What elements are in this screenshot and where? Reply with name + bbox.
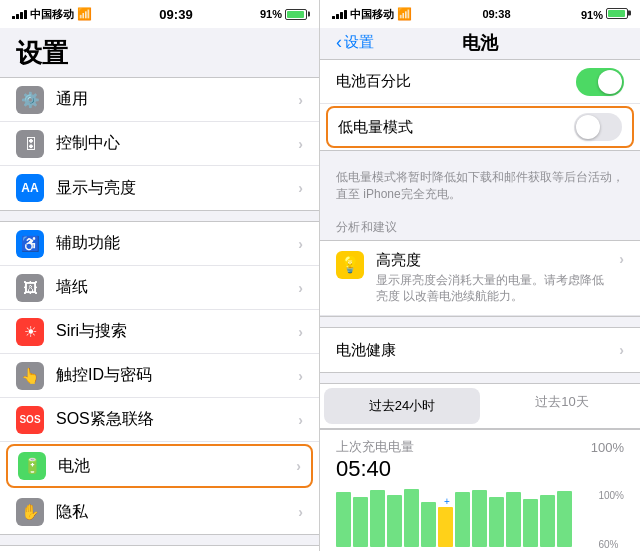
signal-icon (12, 10, 27, 19)
wifi-icon: 📶 (397, 7, 412, 21)
svg-rect-10 (506, 492, 521, 547)
low-power-wrapper: 低电量模式 (320, 104, 640, 150)
right-status-bar: 中国移动 📶 09:38 91% (320, 0, 640, 28)
settings-title: 设置 (0, 28, 319, 77)
charge-section: 上次充电电量 100% 05:40 (320, 429, 640, 486)
tab-10d[interactable]: 过去10天 (484, 384, 640, 420)
battery-list-item[interactable]: 🔋 电池 › (6, 444, 313, 488)
chevron-icon: › (298, 368, 303, 384)
right-time: 09:38 (482, 8, 510, 20)
time-tabs: 过去24小时 过去10天 (320, 383, 640, 429)
left-status-bar: 中国移动 📶 09:39 91% (0, 0, 319, 28)
svg-text:+: + (444, 496, 450, 507)
list-item[interactable]: ⚙️ 通用 › (0, 78, 319, 122)
list-item[interactable]: ♿ 辅助功能 › (0, 222, 319, 266)
battery-pct-row: 电池百分比 (320, 60, 640, 104)
svg-rect-3 (387, 495, 402, 547)
list-item[interactable]: ☀ Siri与搜索 › (0, 310, 319, 354)
right-phone: 中国移动 📶 09:38 91% ‹ 设置 电池 电池百分比 (320, 0, 640, 551)
detail-title-bar: ‹ 设置 电池 (320, 28, 640, 59)
svg-rect-6 (438, 507, 453, 547)
wallpaper-icon: 🖼 (16, 274, 44, 302)
battery-chart: 100% 60% (320, 486, 640, 551)
chevron-icon: › (619, 342, 624, 358)
right-battery: 91% (581, 8, 628, 21)
wifi-icon: 📶 (77, 7, 92, 21)
battery-list-icon: 🔋 (18, 452, 46, 480)
health-group: 电池健康 › (320, 327, 640, 373)
chevron-icon: › (298, 324, 303, 340)
privacy-icon: ✋ (16, 498, 44, 526)
list-item[interactable]: ✋ 隐私 › (0, 490, 319, 534)
control-icon: 🎛 (16, 130, 44, 158)
list-item[interactable]: SOS SOS紧急联络 › (0, 398, 319, 442)
chevron-icon: › (298, 280, 303, 296)
svg-rect-8 (472, 490, 487, 547)
svg-rect-5 (421, 502, 436, 547)
analysis-section-header: 分析和建议 (320, 213, 640, 240)
chevron-icon: › (296, 458, 301, 474)
battery-svg-chart: + (336, 487, 586, 551)
left-carrier: 中国移动 📶 (12, 7, 92, 22)
svg-rect-2 (370, 490, 385, 547)
chevron-icon: › (298, 504, 303, 520)
charge-percent: 100% (591, 440, 624, 455)
back-chevron-icon: ‹ (336, 32, 342, 53)
analysis-row[interactable]: 💡 高亮度 显示屏亮度会消耗大量的电量。请考虑降低亮度 以改善电池续航能力。 › (320, 241, 640, 317)
signal-icon (332, 10, 347, 19)
list-item[interactable]: A iTunes Store与App Store › (0, 546, 319, 551)
settings-group-1: ⚙️ 通用 › 🎛 控制中心 › AA 显示与亮度 › (0, 77, 319, 211)
list-item[interactable]: 🖼 墙纸 › (0, 266, 319, 310)
detail-page-title: 电池 (462, 31, 498, 55)
svg-rect-1 (353, 497, 368, 547)
list-item[interactable]: 👆 触控ID与密码 › (0, 354, 319, 398)
chevron-icon: › (619, 251, 624, 267)
detail-content: 电池百分比 低电量模式 低电量模式将暂时降低如下载和邮件获取等后台活动，直至 i… (320, 59, 640, 551)
analysis-text: 高亮度 显示屏亮度会消耗大量的电量。请考虑降低亮度 以改善电池续航能力。 (376, 251, 613, 306)
svg-rect-9 (489, 497, 504, 547)
charge-title: 上次充电电量 (336, 438, 414, 456)
sos-icon: SOS (16, 406, 44, 434)
right-carrier: 中国移动 📶 (332, 7, 412, 22)
settings-list: ⚙️ 通用 › 🎛 控制中心 › AA 显示与亮度 › ♿ 辅助功能 › (0, 77, 319, 551)
battery-pct-group: 电池百分比 低电量模式 (320, 59, 640, 151)
battery-icon (606, 8, 628, 19)
chevron-icon: › (298, 136, 303, 152)
chart-pct-labels: 100% 60% (598, 490, 624, 550)
chevron-icon: › (298, 180, 303, 196)
chevron-icon: › (298, 92, 303, 108)
left-time: 09:39 (159, 7, 192, 22)
left-battery: 91% (260, 8, 307, 20)
charge-time-value: 05:40 (336, 456, 391, 482)
analysis-group: 💡 高亮度 显示屏亮度会消耗大量的电量。请考虑降低亮度 以改善电池续航能力。 › (320, 240, 640, 318)
low-power-toggle[interactable] (574, 113, 622, 141)
chart-container: 100% 60% (336, 490, 624, 551)
low-power-description: 低电量模式将暂时降低如下载和邮件获取等后台活动，直至 iPhone完全充电。 (320, 161, 640, 213)
touchid-icon: 👆 (16, 362, 44, 390)
settings-group-2: ♿ 辅助功能 › 🖼 墙纸 › ☀ Siri与搜索 › 👆 触控ID与密码 › … (0, 221, 319, 535)
chevron-icon: › (298, 412, 303, 428)
battery-pct-toggle[interactable] (576, 68, 624, 96)
back-button[interactable]: ‹ 设置 (336, 32, 374, 53)
low-power-row: 低电量模式 (326, 106, 634, 148)
list-item[interactable]: 🎛 控制中心 › (0, 122, 319, 166)
chevron-icon: › (298, 236, 303, 252)
svg-rect-0 (336, 492, 351, 547)
display-icon: AA (16, 174, 44, 202)
svg-rect-11 (523, 499, 538, 547)
health-row[interactable]: 电池健康 › (320, 328, 640, 372)
svg-rect-4 (404, 489, 419, 547)
accessibility-icon: ♿ (16, 230, 44, 258)
list-item[interactable]: AA 显示与亮度 › (0, 166, 319, 210)
siri-icon: ☀ (16, 318, 44, 346)
general-icon: ⚙️ (16, 86, 44, 114)
settings-group-3: A iTunes Store与App Store › 💳 钱包与Apple Pa… (0, 545, 319, 551)
tab-24h[interactable]: 过去24小时 (324, 388, 480, 424)
left-phone: 中国移动 📶 09:39 91% 设置 ⚙️ 通用 › 🎛 控制中心 › (0, 0, 320, 551)
battery-icon (285, 9, 307, 20)
svg-rect-7 (455, 492, 470, 547)
svg-rect-12 (540, 495, 555, 547)
svg-rect-13 (557, 491, 572, 547)
brightness-icon: 💡 (336, 251, 364, 279)
